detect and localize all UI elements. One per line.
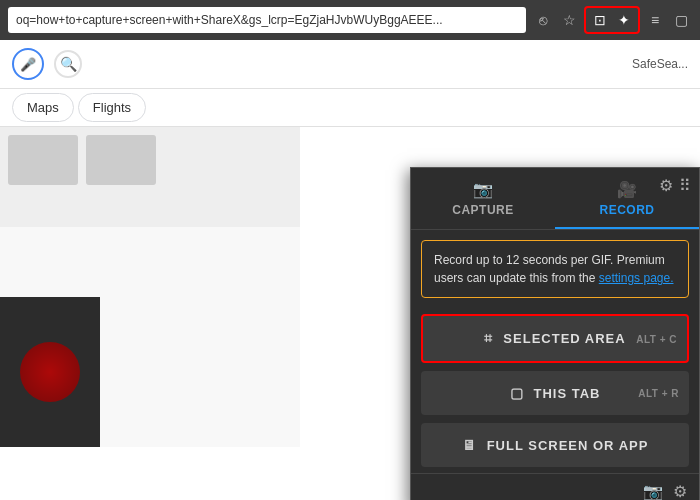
nav-tabs: Maps Flights bbox=[0, 89, 700, 127]
crop-icon: ⌗ bbox=[484, 330, 493, 347]
sharex-popup: 📷 CAPTURE 🎥 RECORD ⚙ ⠿ Record up to 12 s… bbox=[410, 167, 700, 500]
grid-top-icon[interactable]: ⠿ bbox=[679, 176, 691, 195]
search-icon[interactable]: 🔍 bbox=[54, 50, 82, 78]
bottom-settings-icon[interactable]: ⚙ bbox=[673, 482, 687, 500]
tab-flights[interactable]: Flights bbox=[78, 93, 146, 122]
capture-tab-label: CAPTURE bbox=[452, 203, 514, 217]
dark-area bbox=[0, 297, 100, 447]
selected-area-label: SELECTED AREA bbox=[503, 331, 625, 346]
this-tab-shortcut: ALT + R bbox=[638, 388, 679, 399]
red-blob bbox=[20, 342, 80, 402]
capture-tab-icon: 📷 bbox=[473, 180, 494, 199]
fullscreen-button[interactable]: 🖥 FULL SCREEN OR APP bbox=[421, 423, 689, 467]
screen-capture-icon[interactable]: ⊡ bbox=[589, 9, 611, 31]
page-content bbox=[0, 127, 300, 447]
record-tab-label: RECORD bbox=[599, 203, 654, 217]
tab-maps[interactable]: Maps bbox=[12, 93, 74, 122]
fullscreen-label: FULL SCREEN OR APP bbox=[487, 438, 649, 453]
selected-area-shortcut: ALT + C bbox=[636, 333, 677, 344]
extension-highlight-box: ⊡ ✦ bbox=[584, 6, 640, 34]
star-icon[interactable]: ☆ bbox=[558, 9, 580, 31]
browser-chrome: oq=how+to+capture+screen+with+ShareX&gs_… bbox=[0, 0, 700, 40]
share-icon[interactable]: ⎋ bbox=[532, 9, 554, 31]
menu-icon[interactable]: ≡ bbox=[644, 9, 666, 31]
settings-page-link[interactable]: settings page. bbox=[599, 271, 674, 285]
this-tab-label: THIS TAB bbox=[534, 386, 601, 401]
settings-top-icon[interactable]: ⚙ bbox=[659, 176, 673, 195]
monitor-icon: 🖥 bbox=[462, 437, 477, 453]
popup-top-right-icons: ⚙ ⠿ bbox=[659, 176, 691, 195]
popup-buttons: ⌗ SELECTED AREA ALT + C ▢ THIS TAB ALT +… bbox=[411, 308, 699, 473]
address-text: oq=how+to+capture+screen+with+ShareX&gs_… bbox=[16, 13, 443, 27]
safesearch-label: SafeSea... bbox=[632, 57, 688, 71]
bottom-camera-icon[interactable]: 📷 bbox=[643, 482, 663, 500]
tab-capture[interactable]: 📷 CAPTURE bbox=[411, 168, 555, 229]
main-layout: 📷 CAPTURE 🎥 RECORD ⚙ ⠿ Record up to 12 s… bbox=[0, 127, 700, 447]
popup-tabs: 📷 CAPTURE 🎥 RECORD ⚙ ⠿ bbox=[411, 168, 699, 230]
this-tab-button[interactable]: ▢ THIS TAB ALT + R bbox=[421, 371, 689, 415]
selected-area-button[interactable]: ⌗ SELECTED AREA ALT + C bbox=[421, 314, 689, 363]
browser-icons: ⎋ ☆ ⊡ ✦ ≡ ▢ bbox=[532, 6, 692, 34]
address-bar[interactable]: oq=how+to+capture+screen+with+ShareX&gs_… bbox=[8, 7, 526, 33]
popup-bottom-bar: 📷 ⚙ bbox=[411, 473, 699, 500]
record-tab-icon: 🎥 bbox=[617, 180, 638, 199]
puzzle-icon[interactable]: ✦ bbox=[613, 9, 635, 31]
search-area: 🎤 🔍 SafeSea... bbox=[0, 40, 700, 89]
tab-icon-btn: ▢ bbox=[510, 385, 524, 401]
window-icon[interactable]: ▢ bbox=[670, 9, 692, 31]
info-box: Record up to 12 seconds per GIF. Premium… bbox=[421, 240, 689, 298]
info-box-content: Record up to 12 seconds per GIF. Premium… bbox=[434, 251, 676, 287]
google-mic-icon[interactable]: 🎤 bbox=[12, 48, 44, 80]
